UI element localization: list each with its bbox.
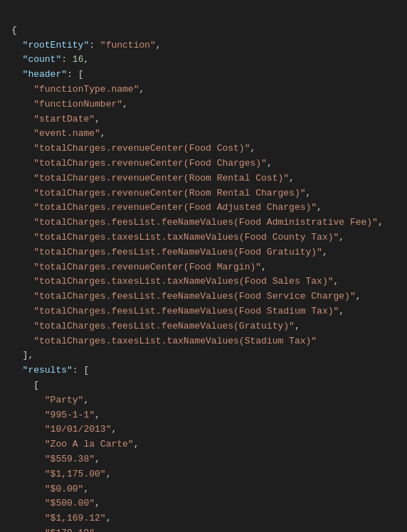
token-punctuation: ,: [378, 217, 384, 228]
token-string: "totalCharges.taxesList.taxNameValues(Fo…: [33, 276, 333, 287]
token-punctuation: [: [33, 380, 39, 390]
json-line: "totalCharges.revenueCenter(Room Rental …: [11, 186, 396, 201]
token-string: "totalCharges.revenueCenter(Room Rental …: [33, 188, 305, 198]
token-string: "$1,169.12": [45, 513, 106, 523]
json-line: "$0.00",: [11, 482, 396, 497]
token-string: "Party": [45, 395, 84, 405]
token-string: "totalCharges.feesList.feeNameValues(Foo…: [33, 247, 322, 257]
json-line: "995-1-1",: [11, 408, 396, 423]
json-line: "totalCharges.revenueCenter(Food Margin)…: [11, 260, 396, 275]
token-string: "$559.38": [45, 454, 95, 464]
token-punctuation: ,: [95, 498, 100, 509]
token-string: "totalCharges.feesList.feeNameValues(Foo…: [33, 217, 378, 228]
token-string: "function": [100, 40, 156, 50]
token-punctuation: ,: [95, 410, 100, 420]
token-key: "rootEntity": [23, 40, 90, 50]
json-line: "Party",: [11, 393, 396, 408]
token-string: "Zoo A la Carte": [45, 439, 134, 449]
token-punctuation: ,: [295, 321, 300, 331]
token-punctuation: ,: [122, 99, 128, 110]
json-line: "totalCharges.taxesList.taxNameValues(Fo…: [11, 275, 396, 289]
token-string: "totalCharges.revenueCenter(Room Rental …: [33, 173, 289, 183]
token-punctuation: :: [89, 40, 100, 50]
token-string: "totalCharges.feesList.feeNameValues(Foo…: [33, 306, 339, 316]
json-line: "totalCharges.revenueCenter(Food Charges…: [11, 156, 396, 171]
json-line: "count": 16,: [11, 53, 396, 68]
token-punctuation: : [: [73, 365, 89, 376]
token-punctuation: : [: [67, 69, 83, 80]
json-line: "startDate",: [11, 112, 396, 127]
json-line: "functionNumber",: [11, 97, 396, 112]
token-punctuation: ,: [83, 484, 89, 494]
token-punctuation: ,: [339, 232, 344, 243]
token-punctuation: ,: [106, 469, 112, 479]
token-string: "startDate": [33, 114, 95, 124]
json-line: "$179.19",: [11, 526, 396, 532]
json-line: "10/01/2013",: [11, 422, 396, 437]
token-string: "$1,175.00": [45, 469, 106, 479]
token-string: "$0.00": [45, 484, 84, 494]
json-line: "totalCharges.feesList.feeNameValues(Gra…: [11, 319, 396, 334]
token-string: "totalCharges.revenueCenter(Food Charges…: [33, 158, 267, 169]
json-line: "$500.00",: [11, 496, 396, 511]
token-string: "totalCharges.taxesList.taxNameValues(Fo…: [33, 232, 339, 243]
json-line: "results": [: [11, 363, 396, 378]
json-line: "totalCharges.revenueCenter(Food Cost)",: [11, 142, 396, 156]
token-key: "header": [23, 69, 67, 80]
token-punctuation: ,: [111, 424, 117, 435]
json-line: "functionType.name",: [11, 83, 396, 97]
json-line: "event.name",: [11, 127, 396, 142]
json-line: "totalCharges.revenueCenter(Food Adjuste…: [11, 201, 396, 216]
token-punctuation: ,: [156, 40, 162, 50]
token-string: "totalCharges.revenueCenter(Food Adjuste…: [33, 202, 317, 213]
token-punctuation: ,: [334, 276, 339, 287]
token-string: "10/01/2013": [45, 424, 112, 435]
token-punctuation: ,: [95, 454, 100, 464]
token-string: "totalCharges.feesList.feeNameValues(Foo…: [33, 291, 355, 302]
json-viewer: { "rootEntity": "function", "count": 16,…: [11, 9, 396, 532]
token-punctuation: ,: [95, 114, 100, 124]
json-line: {: [11, 23, 396, 38]
token-punctuation: ,: [322, 247, 328, 257]
json-line: [: [11, 378, 396, 393]
token-string: "functionType.name": [33, 84, 139, 95]
token-punctuation: ,: [83, 395, 89, 405]
token-string: "$179.19": [45, 528, 95, 532]
token-key: "results": [23, 365, 73, 376]
token-string: "totalCharges.taxesList.taxNameValues(St…: [33, 336, 317, 346]
token-punctuation: ,: [339, 306, 344, 316]
token-string: "functionNumber": [33, 99, 122, 110]
token-punctuation: ,: [106, 513, 112, 523]
json-line: "totalCharges.taxesList.taxNameValues(St…: [11, 334, 396, 349]
json-line: "totalCharges.feesList.feeNameValues(Foo…: [11, 245, 396, 260]
token-punctuation: ,: [317, 202, 322, 213]
json-line: "totalCharges.feesList.feeNameValues(Foo…: [11, 289, 396, 304]
token-string: "event.name": [33, 128, 100, 139]
token-punctuation: ,: [289, 173, 295, 183]
json-line: "totalCharges.feesList.feeNameValues(Foo…: [11, 216, 396, 230]
token-punctuation: ,: [305, 188, 311, 198]
json-line: "totalCharges.feesList.feeNameValues(Foo…: [11, 304, 396, 319]
token-punctuation: ,: [95, 528, 100, 532]
token-number: 16: [73, 54, 84, 65]
json-line: "$1,169.12",: [11, 511, 396, 526]
json-line: ],: [11, 349, 396, 363]
token-punctuation: ,: [250, 143, 255, 154]
token-punctuation: ,: [261, 262, 267, 272]
json-line: "Zoo A la Carte",: [11, 437, 396, 452]
token-punctuation: ,: [139, 84, 144, 95]
token-punctuation: ,: [100, 128, 106, 139]
token-punctuation: {: [11, 25, 17, 36]
token-punctuation: ,: [356, 291, 361, 302]
token-punctuation: ,: [134, 439, 139, 449]
json-line: "$559.38",: [11, 452, 396, 467]
json-line: "totalCharges.taxesList.taxNameValues(Fo…: [11, 230, 396, 245]
token-key: "count": [23, 54, 62, 65]
token-string: "$500.00": [45, 498, 95, 509]
token-punctuation: :: [61, 54, 73, 65]
token-punctuation: ,: [83, 54, 89, 65]
json-line: "header": [: [11, 68, 396, 83]
token-punctuation: ,: [267, 158, 273, 169]
json-line: "$1,175.00",: [11, 467, 396, 482]
token-string: "totalCharges.revenueCenter(Food Margin)…: [33, 262, 261, 272]
